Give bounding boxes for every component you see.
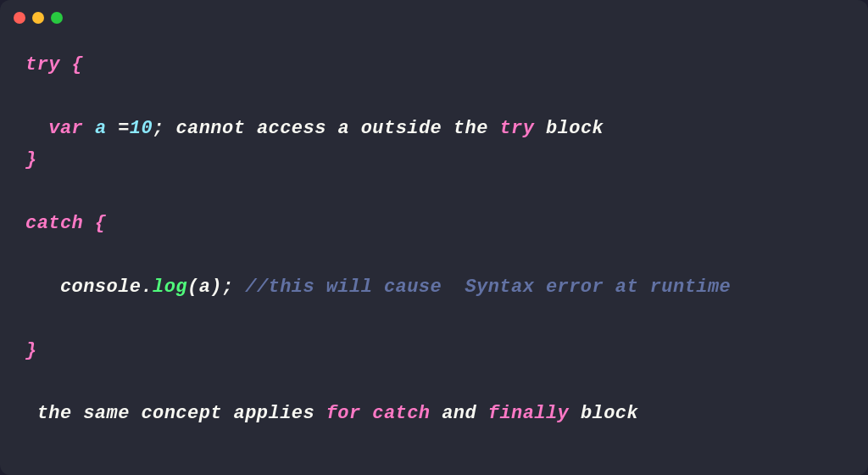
var-a: a bbox=[95, 113, 107, 144]
maximize-button[interactable] bbox=[51, 12, 63, 24]
blank-line-2 bbox=[25, 176, 843, 208]
code-editor: try { var a =10; cannot access a outside… bbox=[0, 32, 868, 475]
close-brace-1: } bbox=[25, 144, 37, 176]
catch-keyword: catch bbox=[25, 208, 83, 239]
minimize-button[interactable] bbox=[32, 12, 44, 24]
close-button[interactable] bbox=[14, 12, 25, 24]
space-1 bbox=[83, 113, 95, 144]
code-line-12: the same concept applies for catch and f… bbox=[25, 398, 843, 429]
code-line-10: } bbox=[25, 335, 843, 366]
editor-window: try { var a =10; cannot access a outside… bbox=[0, 0, 868, 475]
block-text-2: block bbox=[569, 398, 638, 429]
blank-line-1 bbox=[25, 81, 843, 112]
summary-text-1: the same concept applies bbox=[25, 398, 326, 429]
try-keyword: try bbox=[25, 49, 60, 81]
for-keyword: for bbox=[326, 398, 361, 429]
finally-keyword: finally bbox=[488, 398, 570, 429]
block-text-1: block bbox=[534, 113, 604, 144]
open-brace-1: { bbox=[60, 49, 83, 81]
summary-space bbox=[361, 398, 373, 429]
code-line-1: try { bbox=[25, 49, 843, 81]
number-10: 10 bbox=[130, 113, 153, 144]
blank-line-3 bbox=[25, 239, 843, 271]
blank-line-5 bbox=[25, 366, 843, 398]
comment-text-2: //this will cause Syntax error at runtim… bbox=[234, 271, 732, 303]
blank-line-4 bbox=[25, 303, 843, 334]
open-brace-2: { bbox=[83, 208, 106, 239]
close-brace-2: } bbox=[25, 335, 37, 366]
log-args: (a); bbox=[187, 271, 234, 303]
indent-2 bbox=[25, 271, 60, 303]
code-line-8: console.log(a); //this will cause Syntax… bbox=[25, 271, 843, 303]
code-line-4: } bbox=[25, 144, 843, 176]
console-text: console. bbox=[60, 271, 153, 303]
log-method: log bbox=[153, 271, 187, 303]
catch-inline-keyword: catch bbox=[372, 398, 430, 429]
code-line-6: catch { bbox=[25, 208, 843, 239]
and-text: and bbox=[431, 398, 488, 429]
titlebar bbox=[0, 0, 868, 32]
indent-1 bbox=[25, 113, 48, 144]
eq-sign: = bbox=[107, 113, 130, 144]
comment-text-1: cannot access a outside the bbox=[164, 113, 500, 144]
var-keyword: var bbox=[48, 113, 83, 144]
code-line-3: var a =10; cannot access a outside the t… bbox=[25, 113, 843, 144]
try-inline-keyword: try bbox=[499, 113, 534, 144]
semicolon-1: ; bbox=[153, 113, 164, 144]
